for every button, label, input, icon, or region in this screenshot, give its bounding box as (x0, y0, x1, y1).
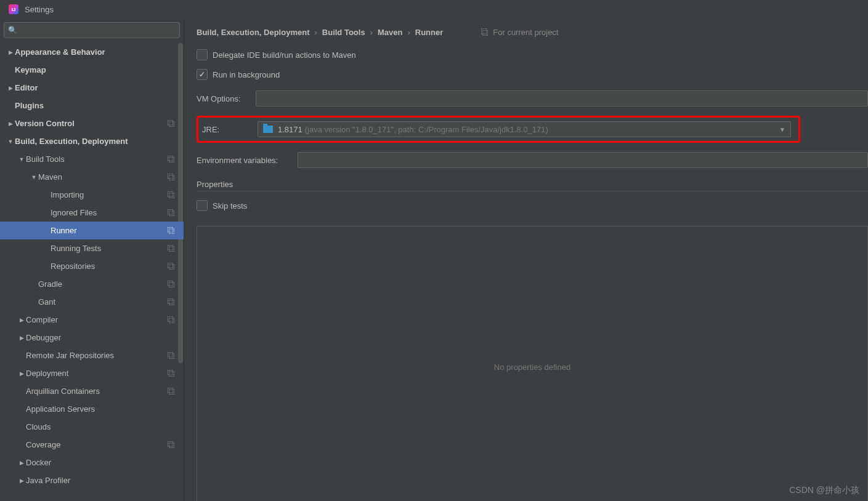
crumb-1[interactable]: Build Tools (322, 28, 365, 37)
watermark: CSDN @拼命小孩 (789, 485, 859, 496)
sidebar-item-maven[interactable]: ▼Maven⿻ (0, 168, 184, 186)
chevron-right-icon: ▶ (6, 85, 15, 91)
chevron-down-icon: ▼ (17, 156, 26, 162)
sidebar-item-docker[interactable]: ▶Docker (0, 454, 184, 471)
properties-title: Properties (197, 180, 868, 189)
background-checkbox[interactable] (197, 69, 208, 80)
sidebar-item-arquillian-containers[interactable]: Arquillian Containers⿻ (0, 382, 184, 400)
skip-tests-checkbox[interactable] (197, 200, 208, 211)
sidebar-item-label: Docker (26, 458, 51, 467)
sidebar-item-java-profiler[interactable]: ▶Java Profiler (0, 471, 184, 489)
chevron-right-icon: › (314, 28, 317, 37)
sidebar-item-editor[interactable]: ▶Editor (0, 79, 184, 97)
project-scope-icon: ⿻ (168, 226, 175, 235)
chevron-right-icon: ▶ (17, 335, 26, 341)
sidebar-item-gant[interactable]: Gant⿻ (0, 293, 184, 311)
project-scope-icon: ⿻ (168, 173, 175, 182)
chevron-down-icon: ▼ (6, 138, 15, 145)
sidebar-item-label: Application Servers (26, 404, 95, 414)
sidebar-item-coverage[interactable]: Coverage⿻ (0, 436, 184, 454)
project-scope-icon: ⿻ (168, 351, 175, 360)
sidebar-item-label: Build Tools (26, 154, 65, 164)
settings-content: Build, Execution, Deployment › Build Too… (184, 18, 868, 501)
sidebar-item-plugins[interactable]: Plugins (0, 97, 184, 114)
background-row[interactable]: Run in background (197, 65, 868, 84)
delegate-checkbox[interactable] (197, 49, 208, 60)
jre-value: 1.8171 (278, 125, 302, 134)
sidebar-item-importing[interactable]: Importing⿻ (0, 186, 184, 204)
sidebar-item-keymap[interactable]: Keymap (0, 61, 184, 79)
sidebar-item-running-tests[interactable]: Running Tests⿻ (0, 239, 184, 257)
jre-label: JRE: (198, 125, 258, 134)
project-scope-icon: ⿻ (168, 369, 175, 378)
chevron-down-icon: ▼ (779, 126, 785, 133)
project-scope-icon: ⿻ (168, 191, 175, 199)
sidebar-item-version-control[interactable]: ▶Version Control⿻ (0, 114, 184, 132)
sidebar-item-deployment[interactable]: ▶Deployment⿻ (0, 364, 184, 382)
sidebar-item-label: Gradle (38, 279, 62, 289)
folder-icon (263, 126, 273, 133)
chevron-right-icon: ▶ (17, 371, 26, 377)
sidebar-item-label: Coverage (26, 440, 60, 449)
background-label: Run in background (213, 70, 280, 79)
sidebar-item-build-tools[interactable]: ▼Build Tools⿻ (0, 150, 184, 168)
search-icon: 🔍 (8, 26, 17, 34)
sidebar-item-remote-jar-repositories[interactable]: Remote Jar Repositories⿻ (0, 347, 184, 364)
chevron-right-icon: ▶ (17, 460, 26, 466)
skip-tests-row[interactable]: Skip tests (197, 196, 868, 215)
app-icon: IJ (9, 4, 18, 14)
sidebar-item-label: Arquillian Containers (26, 387, 100, 396)
jre-select[interactable]: 1.8171 (java version "1.8.0_171", path: … (258, 121, 791, 137)
sidebar-item-label: Build, Execution, Deployment (15, 137, 128, 146)
sidebar-item-label: Repositories (51, 262, 95, 271)
sidebar-item-label: Remote Jar Repositories (26, 351, 114, 360)
sidebar-item-runner[interactable]: Runner⿻ (0, 222, 184, 239)
project-scope-icon: ⿻ (168, 119, 175, 128)
copy-icon: ⿻ (481, 28, 489, 37)
sidebar-item-application-servers[interactable]: Application Servers (0, 400, 184, 418)
sidebar-item-clouds[interactable]: Clouds (0, 418, 184, 436)
sidebar-item-compiler[interactable]: ▶Compiler⿻ (0, 311, 184, 329)
search-input[interactable]: 🔍 (4, 22, 180, 38)
project-scope-icon: ⿻ (168, 387, 175, 396)
sidebar-item-gradle[interactable]: Gradle⿻ (0, 275, 184, 293)
delegate-row[interactable]: Delegate IDE build/run actions to Maven (197, 46, 868, 64)
sidebar-item-label: Keymap (15, 65, 46, 74)
project-scope-icon: ⿻ (168, 262, 175, 271)
sidebar-item-label: Running Tests (51, 244, 101, 253)
delegate-label: Delegate IDE build/run actions to Maven (213, 50, 356, 60)
sidebar-item-build-execution-deployment[interactable]: ▼Build, Execution, Deployment (0, 132, 184, 150)
env-label: Environment variables: (197, 156, 298, 165)
sidebar-item-label: Editor (15, 83, 38, 92)
properties-table: No properties defined (197, 226, 868, 501)
project-scope-icon: ⿻ (168, 155, 175, 164)
crumb-2[interactable]: Maven (378, 28, 402, 37)
settings-tree[interactable]: ▶Appearance & BehaviorKeymap▶EditorPlugi… (0, 43, 184, 501)
sidebar-item-label: Compiler (26, 315, 58, 324)
sidebar-item-label: Java Profiler (26, 476, 70, 485)
project-scope-icon: ⿻ (168, 298, 175, 307)
vm-options-input[interactable] (256, 90, 868, 106)
env-input[interactable] (298, 152, 868, 168)
crumb-0[interactable]: Build, Execution, Deployment (197, 28, 309, 37)
chevron-right-icon: ▶ (6, 121, 15, 127)
project-scope-icon: ⿻ (168, 441, 175, 449)
sidebar-item-repositories[interactable]: Repositories⿻ (0, 257, 184, 275)
divider (197, 191, 868, 191)
chevron-right-icon: ▶ (6, 49, 15, 55)
sidebar-item-label: Version Control (15, 119, 75, 128)
chevron-right-icon: › (370, 28, 373, 37)
project-scope-icon: ⿻ (168, 244, 175, 253)
sidebar-item-label: Clouds (26, 422, 51, 431)
sidebar-item-label: Deployment (26, 369, 68, 378)
jre-row-highlight: JRE: 1.8171 (java version "1.8.0_171", p… (197, 116, 800, 143)
sidebar-item-label: Debugger (26, 333, 61, 342)
sidebar-item-debugger[interactable]: ▶Debugger (0, 329, 184, 347)
project-scope-icon: ⿻ (168, 209, 175, 217)
sidebar-item-appearance-behavior[interactable]: ▶Appearance & Behavior (0, 43, 184, 61)
vm-options-label: VM Options: (197, 94, 256, 103)
sidebar-item-label: Maven (38, 172, 62, 182)
sidebar-item-ignored-files[interactable]: Ignored Files⿻ (0, 204, 184, 222)
titlebar: IJ Settings (0, 0, 868, 18)
crumb-3[interactable]: Runner (415, 28, 444, 37)
